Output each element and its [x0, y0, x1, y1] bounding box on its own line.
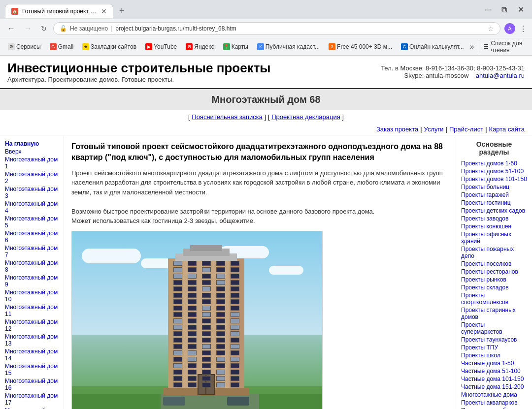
right-sidebar-item-5[interactable]: Проекты гаражей — [461, 191, 527, 198]
right-sidebar-item-11[interactable]: Проекты пожарных депо — [461, 246, 527, 259]
right-sidebar-item-7[interactable]: Проекты детских садов — [461, 207, 527, 214]
bookmark-star-icon[interactable]: ☆ — [488, 25, 494, 32]
bookmark-maps[interactable]: 📍 Карты — [220, 42, 251, 51]
right-sidebar-item-25[interactable]: Частные дома 151-200 — [461, 383, 527, 390]
bookmark-youtube[interactable]: ▶ YouTube — [142, 42, 180, 51]
bookmark-label: Gmail — [58, 43, 73, 50]
left-sidebar-item-11[interactable]: Многоэтажный дом 10 — [5, 289, 59, 303]
declaration-links: [ Пояснительная записка ] [ Проектная де… — [0, 110, 532, 124]
tab-favicon: 🏠 — [11, 8, 18, 15]
forward-button[interactable]: → — [22, 23, 34, 34]
new-tab-button[interactable]: + — [113, 3, 131, 19]
right-sidebar-item-27[interactable]: Проекты аквапарков — [461, 399, 527, 406]
nav-order-link[interactable]: Заказ проекта — [376, 126, 418, 133]
nav-map-link[interactable]: Карта сайта — [489, 126, 525, 133]
right-sidebar-item-4[interactable]: Проекты больниц — [461, 184, 527, 190]
window — [231, 306, 239, 311]
left-sidebar-item-13[interactable]: Многоэтажный дом 12 — [5, 318, 59, 332]
left-sidebar-item-8[interactable]: Многоэтажный дом 7 — [5, 245, 59, 258]
bookmark-bookmarks[interactable]: ★ Закладки сайтов — [79, 42, 139, 51]
bookmark-kadastr[interactable]: К Публичная кадаст... — [254, 42, 323, 51]
window — [188, 382, 197, 387]
left-sidebar-item-18[interactable]: Многоэтажный дом 17 — [5, 392, 59, 406]
left-sidebar-item-10[interactable]: Многоэтажный дом 9 — [5, 274, 59, 288]
left-sidebar-item-19[interactable]: Многоэтажный дом 18 — [5, 407, 59, 409]
window — [188, 331, 197, 336]
doc-link-1[interactable]: Пояснительная записка — [192, 113, 263, 121]
right-sidebar-item-9[interactable]: Проекты конюшен — [461, 223, 527, 230]
nav-services-link[interactable]: Услуги — [424, 126, 444, 133]
close-button[interactable]: ✕ — [515, 5, 527, 14]
tab-close-button[interactable]: ✕ — [101, 7, 107, 15]
doc-link-2[interactable]: Проектная декларация — [271, 113, 340, 121]
right-sidebar-item-1[interactable]: Проекты домов 1-50 — [461, 160, 527, 167]
floor-row-4 — [170, 286, 242, 291]
left-sidebar-item-4[interactable]: Многоэтажный дом 3 — [5, 186, 59, 199]
security-label: Не защищено — [70, 25, 108, 32]
left-sidebar-item-17[interactable]: Многоэтажный дом 16 — [5, 378, 59, 391]
right-sidebar-item-18[interactable]: Проекты супермаркетов — [461, 321, 527, 335]
bookmark-services[interactable]: ⚙ Сервисы — [5, 42, 44, 51]
user-avatar[interactable]: A — [504, 23, 515, 34]
free3d-favicon: 3 — [329, 43, 335, 50]
maximize-button[interactable]: ⧉ — [499, 5, 510, 14]
left-sidebar-item-16[interactable]: Многоэтажный дом 15 — [5, 363, 59, 377]
right-sidebar-item-19[interactable]: Проекты таунхаусов — [461, 336, 527, 343]
right-sidebar-item-13[interactable]: Проекты ресторанов — [461, 268, 527, 275]
window — [231, 350, 239, 355]
phone-numbers: Тел. в Москве: 8-916-134-36-30; 8-903-12… — [381, 64, 525, 72]
right-sidebar-item-28[interactable]: Проекты колумбариев — [461, 407, 527, 409]
more-options-button[interactable]: ⋮ — [519, 24, 527, 33]
right-sidebar-item-3[interactable]: Проекты домов 101-150 — [461, 176, 527, 183]
left-sidebar-item-14[interactable]: Многоэтажный дом 13 — [5, 333, 59, 347]
reading-list-button[interactable]: ☰ Список для чтения — [479, 40, 527, 54]
nav-home-link[interactable]: На главную — [5, 140, 59, 147]
right-sidebar-item-2[interactable]: Проекты домов 51-100 — [461, 168, 527, 175]
left-sidebar-item-12[interactable]: Многоэтажный дом 11 — [5, 304, 59, 317]
left-sidebar-item-6[interactable]: Многоэтажный дом 5 — [5, 215, 59, 229]
bookmark-free3d[interactable]: 3 Free 45 000+ 3D м... — [326, 42, 395, 51]
window — [216, 312, 225, 317]
window — [188, 363, 197, 368]
window — [216, 376, 225, 381]
nav-price-link[interactable]: Прайс-лист — [449, 126, 483, 133]
right-sidebar-item-20[interactable]: Проекты ТПУ — [461, 344, 527, 351]
right-sidebar-item-8[interactable]: Проекты заводов — [461, 215, 527, 222]
right-sidebar-item-12[interactable]: Проекты поселков — [461, 260, 527, 267]
right-sidebar-item-22[interactable]: Частные дома 1-50 — [461, 360, 527, 367]
minimize-button[interactable]: ─ — [482, 5, 494, 14]
email-link[interactable]: antula@antula.ru — [476, 72, 525, 79]
right-sidebar-item-16[interactable]: Проекты спорткомплексов — [461, 292, 527, 306]
right-sidebar-item-15[interactable]: Проекты складов — [461, 284, 527, 291]
right-sidebar-item-6[interactable]: Проекты гостиниц — [461, 199, 527, 206]
floor-row-7 — [170, 306, 242, 311]
active-tab[interactable]: 🏠 Готовый типовой проект сейс... ✕ — [5, 4, 113, 18]
floor-row-11 — [170, 331, 242, 336]
reload-button[interactable]: ↻ — [38, 23, 49, 34]
bookmarks-more-button[interactable]: » — [470, 42, 474, 51]
right-sidebar-item-10[interactable]: Проекты офисных зданий — [461, 231, 527, 245]
left-sidebar-item-5[interactable]: Многоэтажный дом 4 — [5, 200, 59, 214]
floor-row-3 — [170, 280, 242, 285]
left-sidebar-item-2[interactable]: Многоэтажный дом 1 — [5, 156, 59, 170]
right-sidebar-item-24[interactable]: Частные дома 101-150 — [461, 376, 527, 382]
bookmark-yandex[interactable]: Я Яндекс — [183, 42, 217, 51]
left-sidebar-links: ВверхМногоэтажный дом 1Многоэтажный дом … — [5, 148, 59, 409]
right-sidebar-item-23[interactable]: Частные дома 51-100 — [461, 368, 527, 375]
right-sidebar-item-21[interactable]: Проекты школ — [461, 352, 527, 359]
window — [173, 318, 182, 323]
right-sidebar-item-17[interactable]: Проекты старинных домов — [461, 307, 527, 320]
address-bar[interactable]: 🔓 Не защищено | project.bulgaria-burgas.… — [53, 22, 500, 35]
bookmark-gmail[interactable]: G Gmail — [47, 42, 76, 51]
left-sidebar-item-7[interactable]: Многоэтажный дом 6 — [5, 230, 59, 244]
left-sidebar-item-15[interactable]: Многоэтажный дом 14 — [5, 348, 59, 362]
back-button[interactable]: ← — [5, 23, 18, 34]
right-sidebar-item-26[interactable]: Многоэтажные дома — [461, 391, 527, 398]
window — [188, 286, 197, 291]
bookmark-online[interactable]: C Онлайн калькулят... — [398, 42, 467, 51]
left-sidebar-item-9[interactable]: Многоэтажный дом 8 — [5, 259, 59, 273]
left-sidebar-item-3[interactable]: Многоэтажный дом 2 — [5, 171, 59, 185]
left-sidebar-item-1[interactable]: Вверх — [5, 148, 59, 155]
window — [173, 306, 182, 311]
right-sidebar-item-14[interactable]: Проекты рынков — [461, 276, 527, 283]
